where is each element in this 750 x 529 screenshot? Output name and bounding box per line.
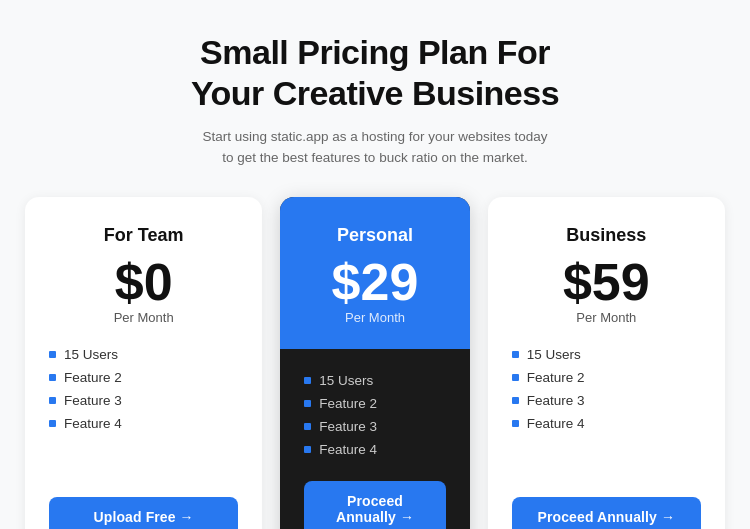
list-item: Feature 4: [49, 412, 238, 435]
plan-name-team: For Team: [104, 225, 184, 246]
list-item: Feature 2: [304, 392, 445, 415]
plan-features-business: 15 Users Feature 2 Feature 3 Feature 4: [512, 343, 701, 435]
bullet-icon: [49, 397, 56, 404]
list-item: 15 Users: [49, 343, 238, 366]
page-title: Small Pricing Plan For Your Creative Bus…: [191, 32, 559, 114]
bullet-icon: [304, 446, 311, 453]
plan-period-business: Per Month: [576, 310, 636, 325]
header-section: Small Pricing Plan For Your Creative Bus…: [191, 32, 559, 169]
plan-card-business: Business $59 Per Month 15 Users Feature …: [488, 197, 725, 529]
plan-name-personal: Personal: [337, 225, 413, 246]
list-item: Feature 4: [512, 412, 701, 435]
bullet-icon: [49, 351, 56, 358]
upload-free-button[interactable]: Upload Free →: [49, 497, 238, 529]
plan-card-personal-bottom: 15 Users Feature 2 Feature 3 Feature 4 P…: [280, 349, 469, 529]
list-item: Feature 4: [304, 438, 445, 461]
plan-card-personal: Personal $29 Per Month 15 Users Feature …: [280, 197, 469, 529]
list-item: Feature 3: [512, 389, 701, 412]
list-item: 15 Users: [304, 369, 445, 392]
proceed-annually-business-button[interactable]: Proceed Annually →: [512, 497, 701, 529]
proceed-annually-personal-button[interactable]: Proceed Annually →: [304, 481, 445, 529]
plan-price-business: $59: [563, 256, 650, 308]
list-item: Feature 3: [49, 389, 238, 412]
list-item: Feature 2: [512, 366, 701, 389]
plan-period-team: Per Month: [114, 310, 174, 325]
bullet-icon: [304, 423, 311, 430]
bullet-icon: [304, 377, 311, 384]
page-subtitle: Start using static.app as a hosting for …: [191, 126, 559, 169]
bullet-icon: [49, 420, 56, 427]
plan-card-personal-top: Personal $29 Per Month: [280, 197, 469, 349]
plan-period-personal: Per Month: [345, 310, 405, 325]
plan-price-personal: $29: [332, 256, 419, 308]
plan-features-team: 15 Users Feature 2 Feature 3 Feature 4: [49, 343, 238, 435]
bullet-icon: [512, 397, 519, 404]
bullet-icon: [512, 374, 519, 381]
bullet-icon: [512, 351, 519, 358]
plan-features-personal: 15 Users Feature 2 Feature 3 Feature 4: [304, 369, 445, 461]
bullet-icon: [49, 374, 56, 381]
bullet-icon: [512, 420, 519, 427]
plan-price-team: $0: [115, 256, 173, 308]
list-item: Feature 2: [49, 366, 238, 389]
plan-name-business: Business: [566, 225, 646, 246]
pricing-cards-container: For Team $0 Per Month 15 Users Feature 2…: [25, 197, 725, 529]
bullet-icon: [304, 400, 311, 407]
list-item: 15 Users: [512, 343, 701, 366]
page-wrapper: Small Pricing Plan For Your Creative Bus…: [0, 0, 750, 529]
list-item: Feature 3: [304, 415, 445, 438]
plan-card-team: For Team $0 Per Month 15 Users Feature 2…: [25, 197, 262, 529]
